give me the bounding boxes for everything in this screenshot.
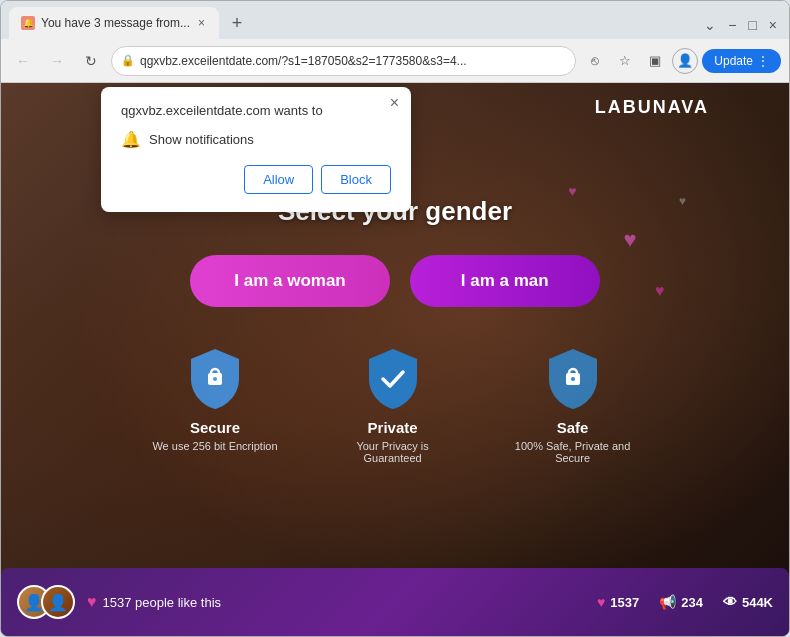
avatar-group: 👤 👤 [17, 585, 75, 619]
back-button[interactable]: ← [9, 47, 37, 75]
popup-close-button[interactable]: × [390, 95, 399, 111]
update-button[interactable]: Update ⋮ [702, 49, 781, 73]
stat-shares: 📢 234 [659, 594, 703, 610]
profile-icon[interactable]: 👤 [672, 48, 698, 74]
forward-icon: → [50, 53, 64, 69]
tab-bar: 🔔 You have 3 message from... × + ⌄ − □ × [1, 1, 789, 39]
notification-popup: × qgxvbz.exceilentdate.com wants to 🔔 Sh… [101, 87, 411, 212]
address-bar: ← → ↻ 🔒 qgxvbz.exceilentdate.com/?s1=187… [1, 39, 789, 83]
window-controls: ⌄ − □ × [704, 17, 781, 39]
popup-notification-row: 🔔 Show notifications [121, 130, 391, 149]
bottom-bar: 👤 👤 ♥ 1537 people like this ♥ 1537 📢 234… [1, 568, 789, 636]
like-section: ♥ 1537 people like this [87, 593, 221, 611]
allow-button[interactable]: Allow [244, 165, 313, 194]
stat-views-value: 544K [742, 595, 773, 610]
woman-button[interactable]: I am a woman [190, 255, 389, 307]
svg-point-2 [213, 377, 217, 381]
stat-likes-value: 1537 [610, 595, 639, 610]
minimize-button[interactable]: − [728, 17, 736, 33]
close-window-button[interactable]: × [769, 17, 777, 33]
trust-badge-safe: Safe 100% Safe, Private and Secure [508, 347, 638, 464]
popup-description: Show notifications [149, 132, 254, 147]
address-actions: ⎋ ☆ ▣ 👤 Update ⋮ [582, 48, 781, 74]
stat-shares-value: 234 [681, 595, 703, 610]
private-desc: Your Privacy is Guaranteed [328, 440, 458, 464]
private-shield-icon [365, 347, 421, 411]
popup-buttons: Allow Block [121, 165, 391, 194]
address-bar-input-wrap: 🔒 qgxvbz.exceilentdate.com/?s1=187050&s2… [111, 46, 576, 76]
address-input[interactable]: qgxvbz.exceilentdate.com/?s1=187050&s2=1… [111, 46, 576, 76]
back-icon: ← [16, 53, 30, 69]
maximize-button[interactable]: □ [748, 17, 756, 33]
trust-badges: Secure We use 256 bit Encription Private… [152, 347, 637, 464]
new-tab-button[interactable]: + [223, 9, 251, 37]
private-title: Private [368, 419, 418, 436]
refresh-button[interactable]: ↻ [77, 47, 105, 75]
secure-shield-icon [187, 347, 243, 411]
man-button[interactable]: I am a man [410, 255, 600, 307]
extensions-icon[interactable]: ▣ [642, 48, 668, 74]
active-tab[interactable]: 🔔 You have 3 message from... × [9, 7, 219, 39]
stat-views: 👁 544K [723, 594, 773, 610]
trust-badge-secure: Secure We use 256 bit Encription [152, 347, 277, 452]
avatar-2: 👤 [41, 585, 75, 619]
forward-button[interactable]: → [43, 47, 71, 75]
popup-title: qgxvbz.exceilentdate.com wants to [121, 103, 391, 118]
safe-shield-icon [545, 347, 601, 411]
block-button[interactable]: Block [321, 165, 391, 194]
secure-desc: We use 256 bit Encription [152, 440, 277, 452]
bottom-stats: ♥ 1537 📢 234 👁 544K [597, 594, 773, 610]
tab-title: You have 3 message from... [41, 16, 190, 30]
lock-icon: 🔒 [121, 54, 135, 67]
stat-likes: ♥ 1537 [597, 594, 639, 610]
share-stat-icon: 📢 [659, 594, 676, 610]
bell-icon: 🔔 [121, 130, 141, 149]
refresh-icon: ↻ [85, 53, 97, 69]
like-heart-icon: ♥ [87, 593, 97, 611]
share-icon[interactable]: ⎋ [582, 48, 608, 74]
tab-favicon: 🔔 [21, 16, 35, 30]
tab-close-button[interactable]: × [196, 16, 207, 30]
views-stat-icon: 👁 [723, 594, 737, 610]
chevron-down-icon[interactable]: ⌄ [704, 17, 716, 33]
svg-point-5 [571, 377, 575, 381]
safe-title: Safe [557, 419, 589, 436]
trust-badge-private: Private Your Privacy is Guaranteed [328, 347, 458, 464]
bookmark-icon[interactable]: ☆ [612, 48, 638, 74]
update-menu-icon: ⋮ [757, 54, 769, 68]
heart-stat-icon: ♥ [597, 594, 605, 610]
gender-buttons: I am a woman I am a man [190, 255, 599, 307]
like-count-text: 1537 people like this [103, 595, 222, 610]
update-label: Update [714, 54, 753, 68]
safe-desc: 100% Safe, Private and Secure [508, 440, 638, 464]
page-content: LABUNAVA ♥ ♥ ♥ ♥ × qgxvbz.exceilentdate.… [1, 83, 789, 636]
browser-frame: 🔔 You have 3 message from... × + ⌄ − □ ×… [0, 0, 790, 637]
secure-title: Secure [190, 419, 240, 436]
